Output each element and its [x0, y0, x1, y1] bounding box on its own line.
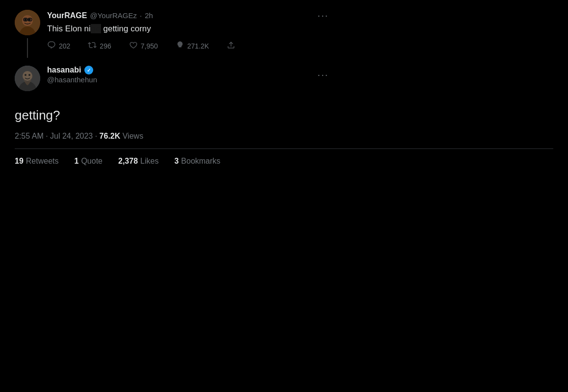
thread-line [27, 38, 28, 58]
main-views-count: 76.2K [100, 132, 121, 140]
reply-tweet-more-button[interactable]: ··· [317, 69, 329, 80]
tweet-time: 2:55 AM [15, 132, 44, 140]
hasanabi-username[interactable]: @hasanthehun [47, 75, 97, 84]
likes-label: Likes [140, 157, 158, 166]
quotes-count: 1 [75, 157, 79, 166]
svg-point-3 [25, 19, 27, 21]
metadata-dot1: · [46, 132, 50, 140]
views-icon [176, 41, 184, 52]
quotes-label: Quote [81, 157, 103, 166]
reply-user-info: hasanabi ✓ @hasanthehun ··· [47, 66, 329, 92]
like-count: 7,950 [141, 42, 158, 50]
tweet-text-before: This Elon ni [47, 24, 91, 33]
views-action[interactable]: 271.2K [176, 41, 209, 52]
svg-point-12 [28, 74, 30, 76]
reply-text: getting? [0, 99, 568, 132]
verified-badge: ✓ [84, 66, 93, 74]
retweets-count: 19 [15, 157, 24, 166]
svg-point-11 [25, 74, 26, 76]
reply-tweet-header: hasanabi ✓ @hasanthehun ··· [47, 66, 329, 84]
reply-avatar-col [15, 66, 40, 92]
original-tweet-more-button[interactable]: ··· [317, 10, 329, 21]
like-icon [129, 41, 138, 52]
reply-icon [47, 41, 56, 52]
metadata-dot2: · [95, 132, 100, 140]
bookmarks-label: Bookmarks [181, 157, 220, 166]
tweet-text-censored: ga [91, 24, 101, 33]
yourrage-avatar[interactable] [15, 10, 40, 35]
reply-count: 202 [59, 42, 70, 50]
quotes-stat[interactable]: 1 Quote [75, 157, 103, 166]
share-action[interactable] [227, 41, 235, 52]
retweets-stat[interactable]: 19 Retweets [15, 157, 59, 166]
bookmarks-stat[interactable]: 3 Bookmarks [174, 157, 220, 166]
like-action[interactable]: 7,950 [129, 41, 158, 52]
retweet-count: 296 [100, 42, 111, 50]
share-icon [227, 41, 235, 52]
separator-dot: · [140, 11, 142, 20]
retweets-label: Retweets [26, 157, 59, 166]
likes-stat[interactable]: 2,378 Likes [118, 157, 158, 166]
retweet-action[interactable]: 296 [88, 41, 111, 52]
original-tweet-text: This Elon niga getting corny [47, 23, 329, 35]
svg-point-9 [23, 71, 32, 81]
original-tweet-actions: 202 296 7,950 [47, 41, 329, 52]
reply-action[interactable]: 202 [47, 41, 70, 52]
tweet-metadata: 2:55 AM · Jul 24, 2023 · 76.2K Views [0, 132, 568, 148]
original-tweet: YourRAGE @YourRAGEz · 2h ··· This Elon n… [15, 10, 329, 58]
views-count-action: 271.2K [187, 42, 209, 50]
reply-user-details: hasanabi ✓ @hasanthehun [47, 66, 97, 84]
original-tweet-avatar-col [15, 10, 40, 58]
retweet-icon [88, 41, 97, 52]
tweet-text-after: getting corny [101, 24, 151, 33]
original-tweet-content: YourRAGE @YourRAGEz · 2h ··· This Elon n… [47, 10, 329, 58]
likes-count: 2,378 [118, 157, 138, 166]
hasanabi-avatar[interactable] [15, 66, 40, 91]
reply-tweet: hasanabi ✓ @hasanthehun ··· [15, 58, 329, 99]
original-tweet-time: 2h [145, 11, 153, 20]
reply-display-name-row: hasanabi ✓ [47, 66, 97, 74]
yourrage-display-name[interactable]: YourRAGE [47, 11, 87, 20]
bookmarks-count: 3 [174, 157, 179, 166]
yourrage-username[interactable]: @YourRAGEz [90, 11, 137, 20]
tweet-date: Jul 24, 2023 [50, 132, 93, 140]
views-label-text: Views [123, 132, 143, 140]
original-tweet-header: YourRAGE @YourRAGEz · 2h ··· [47, 10, 329, 21]
stats-row: 19 Retweets 1 Quote 2,378 Likes 3 Bookma… [0, 149, 568, 173]
hasanabi-display-name[interactable]: hasanabi [47, 66, 81, 74]
original-user-info: YourRAGE @YourRAGEz · 2h [47, 11, 153, 20]
